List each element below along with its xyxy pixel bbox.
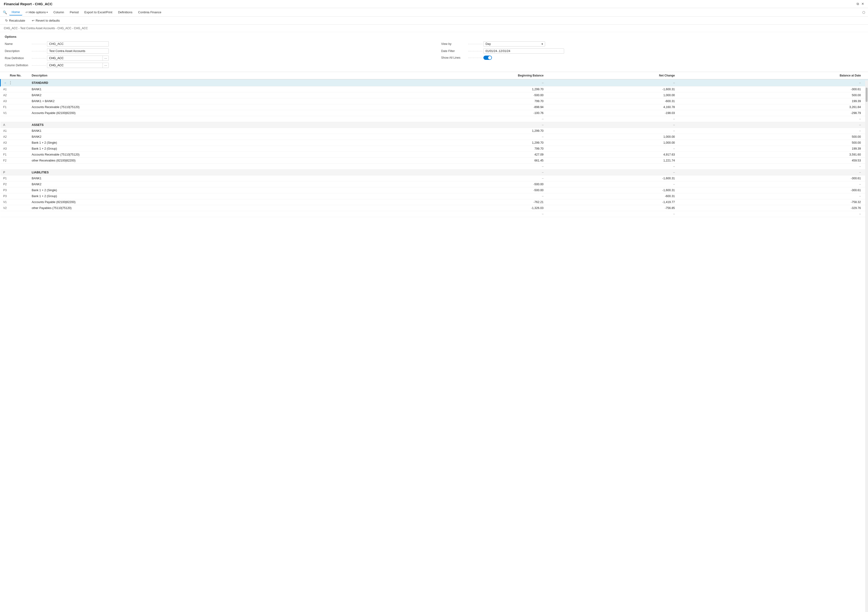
table-row[interactable]: –––: [0, 164, 868, 169]
table-row[interactable]: P3Bank 1 + 2 (Single)-500.00-1,600.31-30…: [0, 187, 868, 193]
table-row[interactable]: A3Bank 1 + 2 (Single)1,299.701,000.00500…: [0, 140, 868, 146]
table-row[interactable]: P1BANK1–-1,600.31-300.61: [0, 176, 868, 182]
table-row[interactable]: PLIABILITIES–––: [0, 169, 868, 176]
column-definition-input-wrapper[interactable]: ···: [47, 63, 109, 68]
nav-column[interactable]: Column: [51, 9, 67, 15]
cell-description: [29, 116, 355, 122]
scrollbar-track[interactable]: [865, 81, 868, 612]
show-all-lines-toggle[interactable]: [484, 56, 492, 60]
column-definition-input[interactable]: [47, 63, 102, 68]
cell-balance-at-date: –: [678, 128, 868, 134]
cell-balance-at-date: –: [678, 164, 868, 169]
revert-defaults-button[interactable]: ↩ Revert to defaults: [29, 18, 62, 23]
cell-beginning-balance: -500.00: [355, 187, 546, 193]
nav-hide-options[interactable]: 🏷 Hide options ▾: [23, 9, 50, 15]
table-row[interactable]: P3Bank 1 + 2 (Group)–-600.31–: [0, 193, 868, 199]
description-label: Description: [5, 50, 31, 53]
table-row[interactable]: V1Accounts Payable (82100|82200)-762.21-…: [0, 199, 868, 205]
table-row[interactable]: –––: [0, 211, 868, 217]
name-input[interactable]: [47, 41, 109, 47]
table-row[interactable]: F1Accounts Receivable (75110|75120)427.0…: [0, 152, 868, 158]
cell-beginning-balance: –: [355, 122, 546, 128]
cell-row-no: P2: [0, 182, 29, 187]
description-input[interactable]: [47, 48, 109, 54]
cell-beginning-balance: -762.21: [355, 199, 546, 205]
cell-balance-at-date: 3,591.60: [678, 152, 868, 158]
view-by-field-row: View by Day ▾: [441, 41, 863, 47]
table-row[interactable]: A3BANK1 + BANK2799.70-600.31199.39: [0, 98, 868, 104]
column-definition-label: Column Definition: [5, 64, 31, 67]
cell-net-change: -1,600.31: [546, 187, 677, 193]
cell-row-no: [0, 211, 29, 217]
cell-balance-at-date: –: [678, 116, 868, 122]
table-row[interactable]: A3Bank 1 + 2 (Group)799.70–199.39: [0, 146, 868, 152]
row-definition-label: Row Definition: [5, 56, 31, 60]
table-row[interactable]: A2BANK2-500.001,000.00500.00: [0, 92, 868, 98]
nav-continia[interactable]: Continia Finance: [136, 9, 164, 15]
name-field-row: Name: [5, 41, 427, 47]
table-row[interactable]: –––: [0, 116, 868, 122]
table-row[interactable]: AASSETS–––: [0, 122, 868, 128]
table-row[interactable]: F2other Receivables (82100|82200)661.451…: [0, 158, 868, 164]
share-icon-wrapper[interactable]: ⬡: [862, 11, 865, 14]
row-definition-ellipsis-button[interactable]: ···: [102, 56, 108, 61]
cell-description: [29, 164, 355, 169]
cell-description: Accounts Payable (82100|82200): [29, 199, 355, 205]
nav-definitions[interactable]: Definitions: [116, 9, 135, 15]
cell-row-no: A1: [0, 87, 29, 92]
cell-net-change: -1,600.31: [546, 176, 677, 182]
col-header-description: Description: [29, 72, 355, 79]
recalculate-button[interactable]: ↻ Recalculate: [3, 18, 28, 23]
cell-balance-at-date: 459.53: [678, 158, 868, 164]
nav-period[interactable]: Period: [67, 9, 81, 15]
continia-label: Continia Finance: [138, 11, 161, 14]
cell-row-no: → ⋮: [0, 79, 29, 87]
cell-balance-at-date: –: [678, 122, 868, 128]
nav-home[interactable]: Home: [9, 9, 22, 16]
description-value[interactable]: [47, 48, 109, 54]
table-section: Row No. Description Beginning Balance Ne…: [0, 72, 868, 612]
cell-net-change: -198.03: [546, 110, 677, 116]
cell-beginning-balance: -1,326.03: [355, 205, 546, 211]
cell-balance-at-date: 3,261.84: [678, 104, 868, 110]
table-row[interactable]: V2other Payables (75110|75120)-1,326.03-…: [0, 205, 868, 211]
table-row[interactable]: A2BANK2–1,000.00500.00: [0, 134, 868, 140]
name-value[interactable]: [47, 41, 109, 47]
table-row[interactable]: V1Accounts Payable (82100|82200)-100.76-…: [0, 110, 868, 116]
row-arrow-icon: →: [3, 81, 7, 85]
column-definition-ellipsis-button[interactable]: ···: [102, 63, 108, 68]
table-row[interactable]: A1BANK11,299.70-1,600.31-300.61: [0, 87, 868, 92]
view-by-value: Day: [485, 42, 491, 46]
date-filter-value[interactable]: [484, 48, 564, 54]
cell-net-change: 1,000.00: [546, 92, 677, 98]
cell-description: Accounts Receivable (75110|75120): [29, 152, 355, 158]
minimize-icon[interactable]: ⧉: [857, 2, 859, 6]
share-icon[interactable]: ⬡: [862, 11, 865, 14]
row-definition-input-wrapper[interactable]: ···: [47, 56, 109, 61]
row-definition-input[interactable]: [47, 56, 102, 61]
table-row[interactable]: F1Accounts Receivable (75110|75120)-898.…: [0, 104, 868, 110]
cell-description: BANK1: [29, 176, 355, 182]
view-by-select[interactable]: Day ▾: [484, 41, 545, 47]
scrollbar-thumb[interactable]: [866, 88, 868, 102]
table-row[interactable]: → ⋮ STANDARD–––: [0, 79, 868, 87]
cell-beginning-balance: 1,299.70: [355, 128, 546, 134]
cell-row-no: A3: [0, 146, 29, 152]
nav-export[interactable]: Export to Excel/Print: [82, 9, 115, 15]
table-row[interactable]: A1BANK11,299.70––: [0, 128, 868, 134]
cell-net-change: -756.85: [546, 205, 677, 211]
search-icon[interactable]: 🔍: [3, 11, 7, 14]
cell-description: Bank 1 + 2 (Group): [29, 146, 355, 152]
cell-description: BANK1 + BANK2: [29, 98, 355, 104]
show-all-lines-toggle-switch[interactable]: [484, 56, 492, 60]
row-menu-icon[interactable]: ⋮: [9, 81, 12, 85]
cell-row-no: P: [0, 169, 29, 176]
close-icon[interactable]: ✕: [861, 2, 864, 6]
cell-row-no: A2: [0, 134, 29, 140]
table-row[interactable]: P2BANK2-500.00––: [0, 182, 868, 187]
cell-net-change: -600.31: [546, 98, 677, 104]
cell-description: Bank 1 + 2 (Single): [29, 140, 355, 146]
cell-balance-at-date: -300.61: [678, 87, 868, 92]
date-filter-input[interactable]: [484, 48, 564, 54]
hide-options-dropdown-icon[interactable]: ▾: [46, 11, 48, 14]
